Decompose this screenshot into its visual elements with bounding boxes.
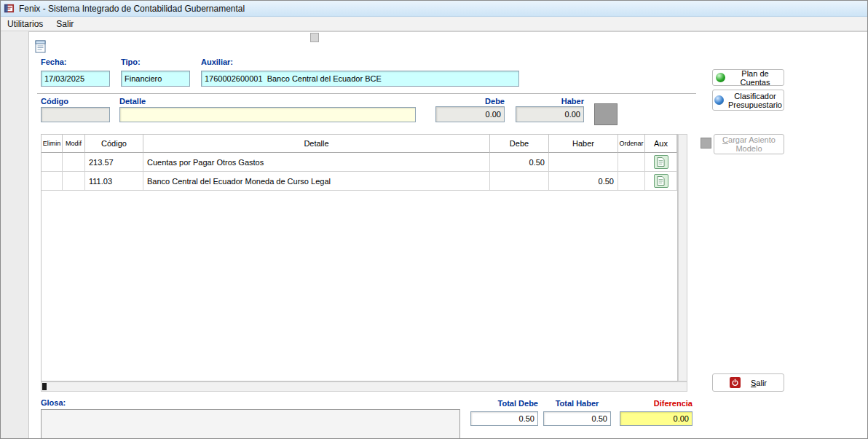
cell-haber: 0.50 [549,172,618,191]
total-debe-label: Total Debe [467,399,538,408]
window-title: Fenix - Sistema Integrado de Contabilida… [19,4,245,14]
cell-haber [549,153,618,172]
cell-elimin[interactable] [42,153,63,172]
app-icon [4,3,15,14]
table-row[interactable]: 111.03 Banco Central del Ecuador Moneda … [42,172,677,191]
diferencia-label: Diferencia [621,399,693,408]
aux-document-button[interactable] [654,155,668,169]
cargar-asiento-label: Cargar Asiento Modelo [722,135,776,153]
plan-de-cuentas-button[interactable]: Plan de Cuentas [712,69,784,86]
auxiliar-label: Auxiliar: [201,58,233,66]
salir-label: Salir [751,379,767,387]
diferencia-input[interactable] [620,411,693,426]
menubar: Utilitarios Salir [1,17,867,31]
detalle-label: Detalle [119,97,146,106]
cell-detalle: Cuentas por Pagar Otros Gastos [143,153,490,172]
cell-codigo: 213.57 [85,153,143,172]
cell-ordenar[interactable] [618,153,645,172]
aux-document-button[interactable] [654,174,668,188]
glosa-textbox[interactable]: Pago del Comprobante : GAS-2025-MAR-0001… [41,409,460,439]
cell-elimin[interactable] [42,172,63,191]
haber-label: Haber [516,97,584,106]
header-detalle: Detalle [143,135,490,153]
document-icon [657,157,665,167]
table-header: Elimin Modif Código Detalle Debe Haber O… [42,135,677,153]
cargar-asiento-indicator[interactable] [701,138,711,149]
codigo-input[interactable] [41,107,110,122]
menu-item-salir[interactable]: Salir [50,17,80,31]
titlebar[interactable]: Fenix - Sistema Integrado de Contabilida… [1,1,867,17]
cell-debe [490,172,549,191]
auxiliar-input[interactable] [201,71,519,87]
codigo-label: Código [41,97,68,106]
debe-label: Debe [435,97,505,106]
scrollbar-thumb[interactable] [310,33,319,42]
header-modif: Modif [63,135,85,153]
blue-sphere-icon [714,95,724,105]
tipo-input[interactable] [121,71,190,87]
cargar-asiento-modelo-button[interactable]: Cargar Asiento Modelo [714,134,784,154]
green-sphere-icon [716,73,725,82]
separator-line [37,93,696,94]
cell-debe: 0.50 [490,153,549,172]
fecha-input[interactable] [41,71,110,87]
cell-ordenar[interactable] [618,172,645,191]
cell-aux [645,172,677,191]
cell-aux [645,153,677,172]
header-haber: Haber [549,135,618,153]
tipo-label: Tipo: [121,58,141,66]
app-window: Fenix - Sistema Integrado de Contabilida… [0,0,868,439]
total-haber-label: Total Haber [543,399,611,408]
haber-input[interactable] [516,106,584,122]
clasificador-label: Clasificador Presupuestario [728,92,782,109]
table-row[interactable]: 213.57 Cuentas por Pagar Otros Gastos 0.… [42,153,677,172]
plan-de-cuentas-label: Plan de Cuentas [730,69,781,87]
horizontal-scrollbar-thumb[interactable] [42,383,47,390]
document-icon [657,176,665,186]
cell-detalle: Banco Central del Ecuador Moneda de Curs… [143,172,490,191]
fecha-label: Fecha: [41,58,66,66]
header-ordenar: Ordenar [618,135,645,153]
table-vertical-scrollbar[interactable] [678,134,687,381]
total-debe-input[interactable] [470,411,538,426]
header-debe: Debe [490,135,549,153]
header-codigo: Código [85,135,143,153]
header-aux: Aux [645,135,677,153]
detalle-input[interactable] [119,107,416,122]
document-toolbar-icon[interactable] [33,39,48,54]
menu-item-utilitarios[interactable]: Utilitarios [1,17,50,31]
debe-input[interactable] [435,106,505,122]
header-elimin: Elimin [42,135,63,153]
clasificador-presupuestario-button[interactable]: Clasificador Presupuestario [712,90,784,111]
glosa-line-1: Pago del Comprobante : GAS-2025-MAR-0001… [45,435,456,439]
cell-modif[interactable] [63,172,85,191]
glosa-label: Glosa: [41,398,66,407]
gray-square-button[interactable] [594,103,618,125]
cell-modif[interactable] [63,153,85,172]
entries-table: Elimin Modif Código Detalle Debe Haber O… [41,134,678,381]
cell-codigo: 111.03 [85,172,143,191]
table-horizontal-scrollbar[interactable] [41,381,687,392]
total-haber-input[interactable] [543,411,611,426]
salir-button[interactable]: Salir [712,373,784,392]
power-icon [730,377,741,388]
